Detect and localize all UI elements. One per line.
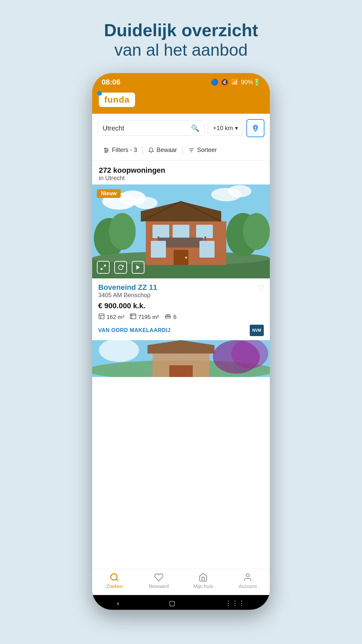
status-time: 08:06	[102, 78, 120, 87]
search-area: Utrecht 🔍 +10 km ▾	[92, 114, 270, 141]
bluetooth-icon: 🔵	[211, 78, 218, 86]
svg-point-37	[243, 213, 270, 250]
android-back[interactable]: ‹	[117, 599, 119, 607]
phone-screen: 08:06 🔵 🔇 📶 90%🔋 funda Utrecht	[92, 73, 270, 610]
nav-account-label: Account	[239, 583, 257, 589]
listing-address-1: 3405 AM Benschop	[98, 292, 264, 299]
status-bar: 08:06 🔵 🔇 📶 90%🔋	[92, 73, 270, 89]
svg-rect-42	[130, 314, 136, 319]
rotate-icon[interactable]	[114, 261, 127, 274]
search-row: Utrecht 🔍 +10 km ▾	[98, 119, 264, 137]
svg-point-7	[105, 151, 106, 152]
android-home[interactable]: ▢	[169, 599, 175, 607]
spec-living-area: 162 m²	[98, 313, 124, 321]
svg-point-14	[134, 197, 158, 209]
rooms-value: 6	[173, 314, 176, 321]
results-count: 272 koopwoningen	[99, 166, 263, 175]
page-title-main: Duidelijk overzicht	[104, 20, 258, 40]
status-icons: 🔵 🔇 📶 90%🔋	[211, 78, 260, 86]
svg-point-5	[105, 148, 106, 149]
page-title-sub: van al het aanbod	[104, 40, 258, 60]
nav-mijn-huis-label: Mijn huis	[193, 583, 213, 589]
funda-logo: funda	[99, 93, 135, 107]
svg-marker-40	[136, 265, 140, 270]
distance-value: +10 km	[213, 125, 233, 132]
plot-area-value: 7195 m²	[138, 314, 159, 321]
nvm-badge: NVM	[250, 325, 264, 336]
distance-button[interactable]: +10 km ▾	[208, 121, 243, 136]
nav-zoeken[interactable]: Zoeken	[99, 573, 129, 589]
svg-point-53	[111, 574, 117, 580]
nieuw-badge: Nieuw	[97, 189, 121, 198]
svg-rect-28	[196, 225, 213, 238]
play-icon[interactable]	[132, 261, 144, 274]
app-header: funda	[92, 89, 270, 114]
svg-rect-27	[173, 225, 189, 238]
listing-info-wrap: Boveneind ZZ 11 3405 AM Benschop € 900.0…	[92, 278, 270, 339]
listing-specs-1: 162 m² 7195 m²	[98, 313, 264, 321]
svg-rect-33	[199, 241, 215, 258]
bewaar-label: Bewaar	[157, 147, 177, 154]
bottom-nav: Zoeken Bewaard Mijn huis	[92, 569, 270, 595]
search-icon: 🔍	[191, 124, 199, 132]
image-controls	[97, 261, 144, 274]
svg-rect-26	[153, 225, 169, 238]
svg-point-1	[254, 126, 256, 129]
agent-name-1[interactable]: VAN OORD MAKELAARDIJ	[98, 327, 171, 333]
phone-frame: 08:06 🔵 🔇 📶 90%🔋 funda Utrecht	[92, 73, 270, 610]
spec-plot-area: 7195 m²	[130, 313, 159, 321]
listing-title-1[interactable]: Boveneind ZZ 11	[98, 283, 264, 292]
android-recent[interactable]: ⋮⋮⋮	[225, 599, 245, 607]
plot-icon	[130, 313, 136, 321]
search-input-text: Utrecht	[103, 124, 191, 132]
silent-icon: 🔇	[221, 78, 228, 86]
svg-point-18	[109, 213, 136, 250]
svg-line-54	[116, 579, 118, 581]
nav-bewaard-label: Bewaard	[149, 583, 169, 589]
svg-point-16	[228, 185, 251, 197]
area-icon	[98, 313, 105, 321]
spec-rooms: 6	[164, 313, 176, 321]
nav-bewaard[interactable]: Bewaard	[144, 573, 174, 589]
svg-rect-41	[99, 314, 104, 319]
wifi-icon: 📶	[231, 78, 238, 86]
listing-price-1: € 900.000 k.k.	[98, 302, 264, 310]
nav-account[interactable]: Account	[233, 573, 263, 589]
favorite-button-1[interactable]: ♡	[257, 283, 264, 293]
android-nav: ‹ ▢ ⋮⋮⋮	[92, 595, 270, 610]
listing-card-1[interactable]: Nieuw	[92, 184, 270, 339]
listings-area: Nieuw	[92, 184, 270, 569]
page-header: Duidelijk overzicht van al het aanbod	[104, 0, 258, 73]
bewaar-button[interactable]: Bewaar	[143, 145, 182, 156]
listing-preview-2[interactable]	[92, 340, 270, 377]
battery-text: 90%🔋	[241, 78, 260, 86]
svg-point-6	[107, 150, 108, 151]
funda-logo-text: funda	[104, 95, 130, 105]
sorteer-button[interactable]: Sorteer	[183, 145, 222, 156]
svg-rect-50	[169, 365, 193, 377]
svg-rect-44	[168, 315, 170, 317]
svg-rect-32	[151, 241, 166, 258]
location-button[interactable]	[246, 119, 264, 137]
chevron-down-icon: ▾	[235, 124, 238, 132]
filters-label: Filters - 3	[112, 147, 137, 154]
results-header: 272 koopwoningen in Utrecht	[92, 161, 270, 184]
listing-agent-1: VAN OORD MAKELAARDIJ NVM	[98, 325, 264, 336]
search-input-wrap[interactable]: Utrecht 🔍	[98, 120, 204, 136]
filters-button[interactable]: Filters - 3	[98, 145, 142, 156]
svg-rect-43	[166, 315, 168, 317]
filter-row: Filters - 3 Bewaar Sorteer	[92, 141, 270, 161]
living-area-value: 162 m²	[107, 314, 124, 321]
svg-point-0	[97, 91, 102, 96]
nav-zoeken-label: Zoeken	[106, 583, 123, 589]
svg-point-55	[246, 574, 249, 577]
results-location: in Utrecht	[99, 175, 263, 182]
bed-icon	[164, 313, 172, 321]
listing-image-1: Nieuw	[92, 184, 270, 278]
nav-mijn-huis[interactable]: Mijn huis	[188, 573, 218, 589]
fullscreen-icon[interactable]	[97, 261, 110, 274]
svg-point-35	[185, 257, 187, 259]
sorteer-label: Sorteer	[197, 147, 217, 154]
listing-info-1: Boveneind ZZ 11 3405 AM Benschop € 900.0…	[92, 278, 270, 339]
